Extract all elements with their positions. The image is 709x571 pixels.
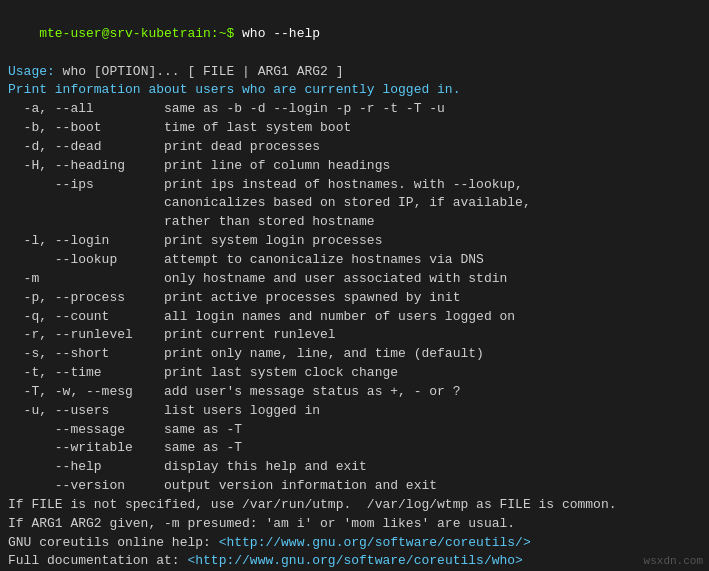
terminal-line: -q, --count all login names and number o…	[8, 308, 701, 327]
terminal-line: --lookup attempt to canonicalize hostnam…	[8, 251, 701, 270]
terminal-line: -l, --login print system login processes	[8, 232, 701, 251]
terminal-line: rather than stored hostname	[8, 213, 701, 232]
terminal-line: -d, --dead print dead processes	[8, 138, 701, 157]
terminal-line: canonicalizes based on stored IP, if ava…	[8, 194, 701, 213]
terminal-line: -p, --process print active processes spa…	[8, 289, 701, 308]
terminal-line: -a, --all same as -b -d --login -p -r -t…	[8, 100, 701, 119]
terminal-line: GNU coreutils online help: <http://www.g…	[8, 534, 701, 553]
terminal-line: -m only hostname and user associated wit…	[8, 270, 701, 289]
terminal-line: -r, --runlevel print current runlevel	[8, 326, 701, 345]
command: who --help	[234, 26, 320, 41]
terminal-line: -b, --boot time of last system boot	[8, 119, 701, 138]
terminal-line: --version output version information and…	[8, 477, 701, 496]
terminal-line: --help display this help and exit	[8, 458, 701, 477]
terminal-line: --message same as -T	[8, 421, 701, 440]
prompt-line: mte-user@srv-kubetrain:~$ who --help	[8, 6, 701, 63]
prompt: mte-user@srv-kubetrain:~$	[39, 26, 234, 41]
terminal-line: -T, -w, --mesg add user's message status…	[8, 383, 701, 402]
terminal-line: -H, --heading print line of column headi…	[8, 157, 701, 176]
terminal-line: If FILE is not specified, use /var/run/u…	[8, 496, 701, 515]
terminal-line: If ARG1 ARG2 given, -m presumed: 'am i' …	[8, 515, 701, 534]
watermark: wsxdn.com	[644, 555, 703, 567]
terminal-line: --ips print ips instead of hostnames. wi…	[8, 176, 701, 195]
terminal-window[interactable]: mte-user@srv-kubetrain:~$ who --help Usa…	[0, 0, 709, 571]
terminal-line: Usage: who [OPTION]... [ FILE | ARG1 ARG…	[8, 63, 701, 82]
terminal-output: Usage: who [OPTION]... [ FILE | ARG1 ARG…	[8, 63, 701, 571]
terminal-line: --writable same as -T	[8, 439, 701, 458]
terminal-line: -u, --users list users logged in	[8, 402, 701, 421]
terminal-line: Full documentation at: <http://www.gnu.o…	[8, 552, 701, 571]
terminal-line: -s, --short print only name, line, and t…	[8, 345, 701, 364]
terminal-line: -t, --time print last system clock chang…	[8, 364, 701, 383]
terminal-line: Print information about users who are cu…	[8, 81, 701, 100]
